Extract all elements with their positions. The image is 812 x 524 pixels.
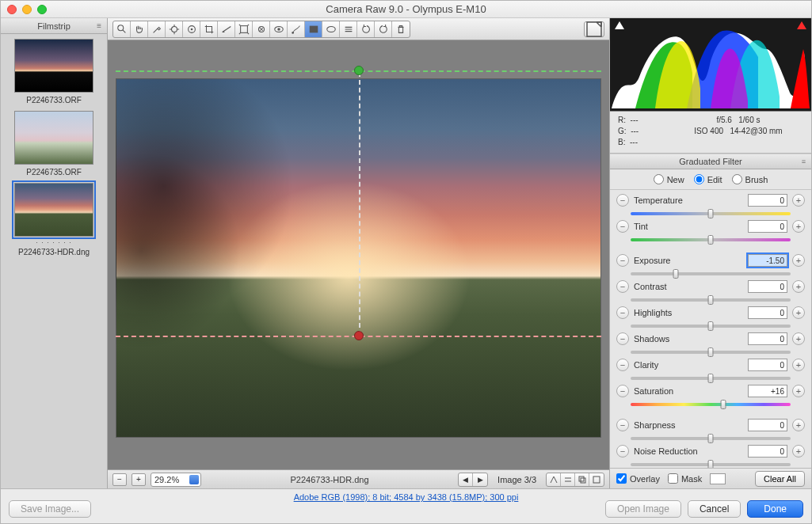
slider-value-input[interactable]: 0 [748, 280, 787, 293]
done-button[interactable]: Done [747, 500, 803, 518]
histogram[interactable] [610, 18, 811, 112]
swap-icon[interactable] [561, 473, 575, 486]
mask-color-swatch[interactable] [710, 473, 726, 484]
decrease-button[interactable]: − [616, 419, 629, 431]
graduated-filter-tool[interactable] [305, 21, 322, 37]
hand-tool[interactable] [131, 21, 148, 37]
slider-track[interactable] [631, 348, 791, 356]
slider-track[interactable] [631, 435, 791, 442]
transform-tool[interactable] [235, 21, 253, 37]
increase-button[interactable]: + [792, 445, 805, 458]
increase-button[interactable]: + [792, 254, 805, 267]
decrease-button[interactable]: − [616, 220, 629, 233]
decrease-button[interactable]: − [616, 194, 629, 207]
increase-button[interactable]: + [792, 332, 805, 345]
slider-value-input[interactable]: 0 [748, 419, 787, 431]
svg-line-1 [122, 29, 125, 32]
filmstrip-thumb[interactable]: . . . . . . .P2246733-HDR.dng [10, 183, 98, 256]
eyedropper-whitebalance-tool[interactable] [148, 21, 166, 37]
next-image-button[interactable]: ▶ [473, 473, 487, 486]
target-adjust-tool[interactable] [183, 21, 200, 37]
straighten-tool[interactable] [218, 21, 235, 37]
mode-new[interactable]: New [654, 174, 684, 184]
slider-label: Noise Reduction [634, 446, 748, 456]
slider-value-input[interactable]: 0 [748, 332, 787, 345]
slider-value-input[interactable]: 0 [748, 220, 787, 233]
trash-tool[interactable] [392, 21, 410, 37]
slider-highlights: − Highlights 0 + [610, 304, 811, 330]
slider-value-input[interactable]: 0 [748, 306, 787, 319]
mask-checkbox[interactable]: Mask [668, 473, 702, 484]
decrease-button[interactable]: − [616, 280, 629, 293]
zoom-in-button[interactable]: + [132, 473, 146, 486]
slider-track[interactable] [631, 374, 791, 382]
increase-button[interactable]: + [792, 419, 805, 431]
filmstrip-menu-icon[interactable]: ≡ [97, 21, 102, 30]
slider-track[interactable] [631, 461, 791, 468]
copy-settings-icon[interactable] [575, 473, 589, 486]
decrease-button[interactable]: − [616, 359, 629, 371]
decrease-button[interactable]: − [616, 254, 629, 267]
decrease-button[interactable]: − [616, 385, 629, 397]
increase-button[interactable]: + [792, 280, 805, 293]
decrease-button[interactable]: − [616, 332, 629, 345]
panel-menu-icon[interactable]: ≡ [802, 158, 806, 165]
open-image-button[interactable]: Open Image [605, 500, 681, 518]
overlay-checkbox[interactable]: Overlay [616, 473, 660, 484]
radial-filter-tool[interactable] [322, 21, 340, 37]
svg-point-14 [277, 28, 280, 31]
slider-value-input[interactable]: 0 [748, 445, 787, 458]
slider-exposure: − Exposure -1.50 + [610, 252, 811, 278]
decrease-button[interactable]: − [616, 306, 629, 319]
before-after-icon[interactable] [547, 473, 561, 486]
svg-rect-11 [240, 25, 247, 32]
increase-button[interactable]: + [792, 220, 805, 233]
mode-brush[interactable]: Brush [732, 174, 768, 184]
slider-track[interactable] [631, 270, 791, 278]
cancel-button[interactable]: Cancel [688, 500, 741, 518]
adjustment-brush-tool[interactable] [288, 21, 305, 37]
increase-button[interactable]: + [792, 306, 805, 319]
thumb-meta: . . . . . . . [10, 237, 98, 245]
prev-image-button[interactable]: ◀ [459, 473, 473, 486]
gradient-handle-start[interactable] [354, 66, 364, 75]
slider-track[interactable] [631, 296, 791, 304]
slider-value-input[interactable]: -1.50 [748, 254, 787, 267]
thumb-image [14, 111, 93, 165]
increase-button[interactable]: + [792, 385, 805, 397]
filmstrip-thumb[interactable]: P2246733.ORF [10, 39, 98, 104]
fullscreen-button[interactable] [584, 21, 604, 37]
rotate-cw-tool[interactable] [375, 21, 392, 37]
prefs-tool[interactable] [340, 21, 357, 37]
clear-all-button[interactable]: Clear All [755, 471, 805, 487]
spot-tool[interactable] [253, 21, 270, 37]
slider-label: Contrast [634, 282, 748, 291]
window-title: Camera Raw 9.0 - Olympus E-M10 [1, 3, 811, 15]
crop-tool[interactable] [200, 21, 218, 37]
view-mode-icon[interactable] [589, 473, 604, 486]
canvas-area[interactable] [108, 40, 609, 469]
slider-label: Sharpness [634, 420, 748, 430]
slider-track[interactable] [631, 401, 791, 408]
slider-track[interactable] [631, 236, 791, 244]
redeye-tool[interactable] [270, 21, 288, 37]
rotate-ccw-tool[interactable] [357, 21, 375, 37]
increase-button[interactable]: + [792, 359, 805, 371]
decrease-button[interactable]: − [616, 445, 629, 458]
filmstrip-thumb[interactable]: P2246735.ORF [10, 111, 98, 177]
preview-panel: − + 29.2% P2246733-HDR.dng ◀ ▶ Image 3/3 [108, 18, 609, 488]
zoom-out-button[interactable]: − [112, 473, 127, 486]
slider-track[interactable] [631, 322, 791, 330]
gradient-handle-end[interactable] [354, 331, 364, 340]
slider-value-input[interactable]: 0 [748, 194, 787, 207]
zoom-level-select[interactable]: 29.2% [151, 473, 201, 487]
save-image-button[interactable]: Save Image... [9, 500, 91, 518]
mode-edit[interactable]: Edit [694, 174, 722, 184]
slider-list: − Temperature 0 + − Tint 0 + − Exposure … [610, 190, 811, 468]
color-sampler-tool[interactable] [166, 21, 183, 37]
increase-button[interactable]: + [792, 194, 805, 207]
slider-value-input[interactable]: +16 [748, 385, 787, 397]
slider-value-input[interactable]: 0 [748, 359, 787, 371]
zoom-tool[interactable] [113, 21, 131, 37]
slider-track[interactable] [631, 210, 791, 218]
